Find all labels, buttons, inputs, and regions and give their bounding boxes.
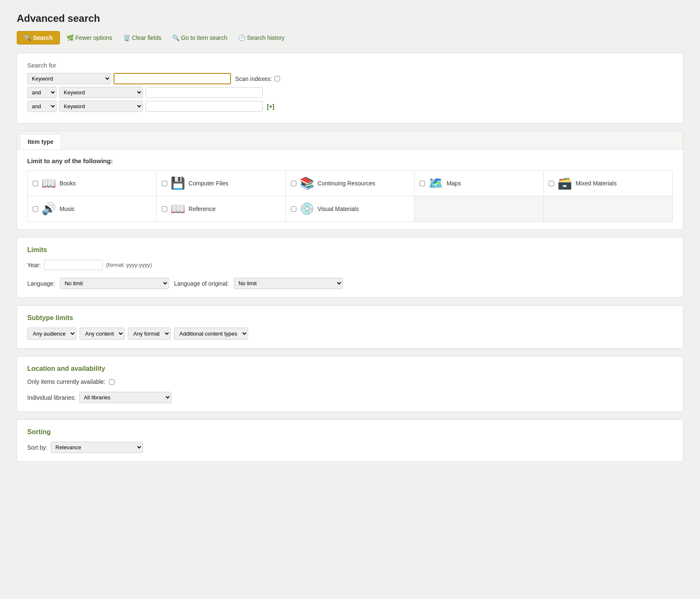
books-checkbox[interactable] <box>33 181 38 186</box>
fewer-options-label: Fewer options <box>75 34 112 41</box>
music-icon: 🔊 <box>41 203 56 215</box>
libraries-row: Individual libraries: All libraries Main… <box>27 392 673 403</box>
clear-fields-button[interactable]: 🗑️ Clear fields <box>119 31 166 44</box>
visual-materials-icon: 💿 <box>300 203 314 215</box>
subtype-limits-heading: Subtype limits <box>27 314 673 322</box>
maps-icon: 🗺️ <box>428 177 443 189</box>
sort-by-label: Sort by: <box>27 444 47 451</box>
visual-materials-checkbox[interactable] <box>291 206 296 212</box>
continuing-resources-checkbox[interactable] <box>291 181 296 186</box>
search-icon: 🔍 <box>24 34 31 41</box>
sorting-section: Sorting Sort by: Relevance Title Author … <box>17 419 683 462</box>
field-type-select-2[interactable]: Keyword Title Author Subject <box>59 87 143 98</box>
maps-checkbox[interactable] <box>420 181 425 186</box>
computer-files-checkbox[interactable] <box>162 181 167 186</box>
available-row: Only items currently available: <box>27 378 673 385</box>
search-history-button[interactable]: 🕐 Search history <box>234 31 288 44</box>
language-row: Language: No limit English French Spanis… <box>27 278 673 289</box>
available-checkbox[interactable] <box>109 379 114 385</box>
go-to-item-search-icon: 🔍 <box>172 34 179 41</box>
clear-fields-icon: 🗑️ <box>123 34 130 41</box>
search-history-label: Search history <box>247 34 284 41</box>
items-row-1: 📖 Books 💾 Computer Files 📚 Continuing Re… <box>27 170 673 196</box>
audience-select[interactable]: Any audience Adult Children Young Adult <box>27 328 76 340</box>
qualifier-select-3[interactable]: and or not <box>27 101 57 112</box>
search-row-2: and or not Keyword Title Author Subject <box>27 87 673 98</box>
language-of-original-select[interactable]: No limit English French Spanish German <box>234 278 343 289</box>
music-label: Music <box>60 206 75 212</box>
year-label: Year: <box>27 262 41 268</box>
reference-checkbox[interactable] <box>162 206 167 212</box>
search-button-label: Search <box>33 34 53 41</box>
sort-by-select[interactable]: Relevance Title Author Year (newest firs… <box>51 442 143 453</box>
libraries-select[interactable]: All libraries Main Branch North Branch S… <box>79 392 171 403</box>
scan-indexes-label: Scan indexes: <box>235 76 272 82</box>
item-type-tab[interactable]: Item type <box>20 134 61 149</box>
scan-indexes-checkbox[interactable] <box>275 76 280 81</box>
visual-materials-label: Visual Materials <box>318 206 359 212</box>
search-input-1[interactable] <box>114 73 231 84</box>
limit-section: Limit to any of the following: 📖 Books 💾… <box>17 150 683 229</box>
item-music: 🔊 Music <box>28 196 157 221</box>
format-select[interactable]: Any format Print Electronic Large Print <box>128 328 171 340</box>
search-input-2[interactable] <box>145 87 263 98</box>
page-title: Advanced search <box>17 13 683 24</box>
search-input-3[interactable] <box>145 101 263 112</box>
search-button[interactable]: 🔍 Search <box>17 31 60 44</box>
search-row-1: Keyword Title Author Subject ISBN ISSN S… <box>27 73 673 84</box>
subtype-row: Any audience Adult Children Young Adult … <box>27 328 673 340</box>
item-mixed-materials: 🗃️ Mixed Materials <box>544 171 672 196</box>
continuing-resources-icon: 📚 <box>300 177 314 189</box>
mixed-materials-checkbox[interactable] <box>549 181 554 186</box>
item-empty-2 <box>544 196 672 221</box>
year-format-hint: (format: yyyy-yyyy) <box>106 262 152 268</box>
item-maps: 🗺️ Maps <box>415 171 544 196</box>
go-to-item-search-button[interactable]: 🔍 Go to item search <box>168 31 232 44</box>
sorting-heading: Sorting <box>27 428 673 436</box>
item-computer-files: 💾 Computer Files <box>157 171 286 196</box>
language-of-original-label: Language of original: <box>174 280 229 287</box>
qualifier-select-2[interactable]: and or not <box>27 87 57 98</box>
language-label: Language: <box>27 280 55 287</box>
field-type-select-1[interactable]: Keyword Title Author Subject ISBN ISSN <box>27 73 111 84</box>
libraries-label: Individual libraries: <box>27 394 76 401</box>
fewer-options-button[interactable]: 🌿 Fewer options <box>62 31 117 44</box>
computer-files-icon: 💾 <box>171 177 185 189</box>
go-to-item-search-label: Go to item search <box>181 34 228 41</box>
fewer-options-icon: 🌿 <box>67 34 74 41</box>
year-input[interactable] <box>44 260 103 270</box>
subtype-limits-section: Subtype limits Any audience Adult Childr… <box>17 305 683 349</box>
additional-content-select[interactable]: Additional content types Braille Audiobo… <box>174 328 248 340</box>
search-for-heading: Search for <box>27 62 673 69</box>
item-empty-1 <box>415 196 544 221</box>
clear-fields-label: Clear fields <box>132 34 161 41</box>
books-label: Books <box>60 180 76 187</box>
item-continuing-resources: 📚 Continuing Resources <box>286 171 415 196</box>
items-row-2: 🔊 Music 📖 Reference 💿 Visual Materials <box>27 196 673 222</box>
music-checkbox[interactable] <box>33 206 38 212</box>
items-container: 📖 Books 💾 Computer Files 📚 Continuing Re… <box>27 170 673 222</box>
maps-label: Maps <box>446 180 461 187</box>
scan-indexes-row: Scan indexes: <box>235 76 280 82</box>
language-select[interactable]: No limit English French Spanish German <box>60 278 169 289</box>
mixed-materials-icon: 🗃️ <box>557 177 572 189</box>
search-row-3: and or not Keyword Title Author Subject … <box>27 101 673 112</box>
books-icon: 📖 <box>41 177 56 189</box>
available-label: Only items currently available: <box>27 378 106 385</box>
field-type-select-3[interactable]: Keyword Title Author Subject <box>59 101 143 112</box>
computer-files-label: Computer Files <box>189 180 228 187</box>
sort-row: Sort by: Relevance Title Author Year (ne… <box>27 442 673 453</box>
content-select[interactable]: Any content Fiction Non-fiction <box>80 328 124 340</box>
item-books: 📖 Books <box>28 171 157 196</box>
reference-label: Reference <box>189 206 216 212</box>
limit-heading: Limit to any of the following: <box>27 157 673 164</box>
location-heading: Location and availability <box>27 365 673 372</box>
limits-heading: Limits <box>27 246 673 254</box>
add-more-button[interactable]: [+] <box>267 103 275 110</box>
location-section: Location and availability Only items cur… <box>17 356 683 412</box>
search-history-icon: 🕐 <box>238 34 245 41</box>
search-for-section: Search for Keyword Title Author Subject … <box>17 53 683 123</box>
year-row: Year: (format: yyyy-yyyy) <box>27 260 673 270</box>
continuing-resources-label: Continuing Resources <box>318 180 376 187</box>
item-visual-materials: 💿 Visual Materials <box>286 196 415 221</box>
